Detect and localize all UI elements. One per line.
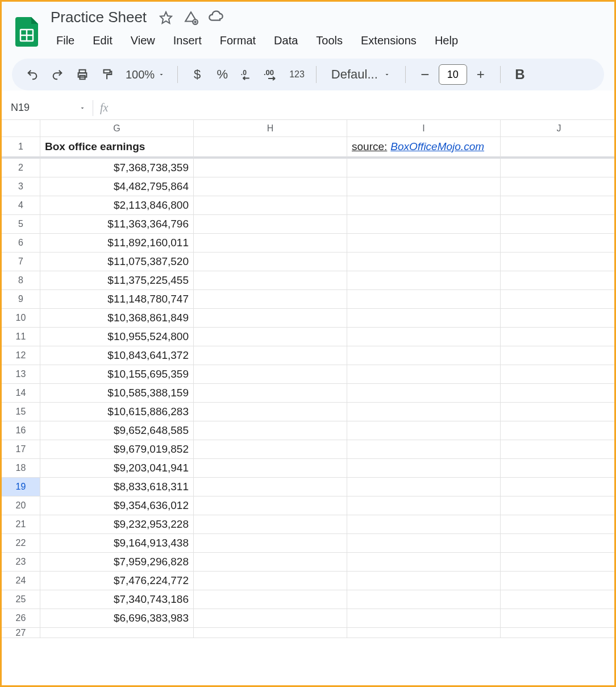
row-header[interactable]: 10 — [2, 309, 40, 328]
cell[interactable] — [501, 234, 616, 253]
cell[interactable] — [194, 346, 347, 365]
cell[interactable]: $10,368,861,849 — [40, 309, 194, 328]
sheets-logo-icon[interactable] — [13, 15, 40, 49]
cell[interactable] — [347, 459, 501, 478]
cell[interactable] — [501, 346, 616, 365]
cell[interactable] — [194, 553, 347, 572]
cell[interactable] — [194, 459, 347, 478]
select-all-corner[interactable] — [2, 120, 40, 137]
cell[interactable]: source: BoxOfficeMojo.com — [347, 137, 501, 159]
cell[interactable] — [501, 253, 616, 271]
menu-help[interactable]: Help — [427, 31, 466, 51]
row-header[interactable]: 3 — [2, 177, 40, 196]
menu-view[interactable]: View — [123, 31, 163, 51]
column-header-j[interactable]: J — [501, 120, 616, 137]
cell[interactable]: $7,368,738,359 — [40, 159, 194, 177]
menu-edit[interactable]: Edit — [85, 31, 120, 51]
column-header-h[interactable]: H — [194, 120, 347, 137]
cell[interactable] — [347, 346, 501, 365]
font-size-input[interactable]: 10 — [439, 64, 467, 85]
decrease-decimal-icon[interactable]: .0 — [236, 63, 259, 86]
cell[interactable] — [194, 496, 347, 515]
zoom-dropdown[interactable]: 100% — [121, 68, 169, 81]
cell[interactable] — [194, 309, 347, 328]
menu-data[interactable]: Data — [266, 31, 306, 51]
cell[interactable] — [194, 159, 347, 177]
cell[interactable] — [347, 421, 501, 440]
cell[interactable] — [194, 365, 347, 384]
cell[interactable] — [347, 553, 501, 572]
cell[interactable] — [347, 309, 501, 328]
row-header[interactable]: 24 — [2, 572, 40, 590]
print-icon[interactable] — [71, 63, 94, 86]
cell[interactable] — [501, 309, 616, 328]
cell[interactable]: $7,959,296,828 — [40, 553, 194, 572]
cell[interactable] — [501, 215, 616, 234]
cell[interactable] — [194, 534, 347, 553]
cell[interactable] — [194, 137, 347, 159]
more-formats-button[interactable]: 123 — [286, 69, 308, 80]
row-header[interactable]: 21 — [2, 515, 40, 534]
cell[interactable] — [501, 365, 616, 384]
redo-icon[interactable] — [46, 63, 69, 86]
cell[interactable] — [501, 290, 616, 309]
row-header[interactable]: 22 — [2, 534, 40, 553]
cell[interactable] — [194, 271, 347, 290]
cell[interactable]: $11,375,225,455 — [40, 271, 194, 290]
cell[interactable] — [501, 440, 616, 459]
cell[interactable] — [194, 403, 347, 421]
row-header[interactable]: 4 — [2, 196, 40, 215]
row-header[interactable]: 1 — [2, 137, 40, 159]
percent-icon[interactable]: % — [211, 63, 234, 86]
cell[interactable] — [347, 215, 501, 234]
cell[interactable] — [194, 215, 347, 234]
cell[interactable] — [347, 234, 501, 253]
cell[interactable] — [501, 515, 616, 534]
cell[interactable]: $10,843,641,372 — [40, 346, 194, 365]
row-header[interactable]: 2 — [2, 159, 40, 177]
star-icon[interactable] — [158, 10, 174, 26]
row-header[interactable]: 11 — [2, 328, 40, 346]
cell[interactable] — [40, 628, 194, 638]
row-header[interactable]: 17 — [2, 440, 40, 459]
row-header[interactable]: 9 — [2, 290, 40, 309]
cell[interactable] — [347, 365, 501, 384]
cell[interactable]: $7,476,224,772 — [40, 572, 194, 590]
cell[interactable] — [501, 459, 616, 478]
row-header[interactable]: 27 — [2, 628, 40, 638]
cell[interactable] — [501, 553, 616, 572]
cell[interactable]: $2,113,846,800 — [40, 196, 194, 215]
cell[interactable] — [347, 271, 501, 290]
menu-tools[interactable]: Tools — [308, 31, 351, 51]
row-header[interactable]: 5 — [2, 215, 40, 234]
font-size-increase-button[interactable]: + — [469, 63, 492, 86]
cell[interactable] — [347, 496, 501, 515]
cell[interactable] — [501, 590, 616, 609]
cell[interactable] — [501, 177, 616, 196]
increase-decimal-icon[interactable]: .00 — [261, 63, 284, 86]
cell[interactable]: $9,164,913,438 — [40, 534, 194, 553]
row-header[interactable]: 14 — [2, 384, 40, 403]
menu-extensions[interactable]: Extensions — [353, 31, 424, 51]
cell[interactable] — [194, 440, 347, 459]
row-header[interactable]: 26 — [2, 609, 40, 628]
column-header-i[interactable]: I — [347, 120, 501, 137]
row-header[interactable]: 25 — [2, 590, 40, 609]
cell[interactable] — [501, 271, 616, 290]
cell[interactable] — [194, 515, 347, 534]
cell[interactable] — [194, 590, 347, 609]
cell[interactable] — [501, 628, 616, 638]
cell[interactable] — [347, 609, 501, 628]
cell[interactable]: $11,363,364,796 — [40, 215, 194, 234]
cell[interactable]: $8,833,618,311 — [40, 478, 194, 496]
cell[interactable] — [501, 328, 616, 346]
cell[interactable] — [501, 159, 616, 177]
row-header[interactable]: 20 — [2, 496, 40, 515]
cell[interactable] — [194, 572, 347, 590]
cell[interactable]: $7,340,743,186 — [40, 590, 194, 609]
row-header[interactable]: 19 — [2, 478, 40, 496]
cell[interactable] — [194, 234, 347, 253]
name-box[interactable]: N19 — [6, 102, 86, 114]
cell[interactable] — [194, 177, 347, 196]
row-header[interactable]: 13 — [2, 365, 40, 384]
